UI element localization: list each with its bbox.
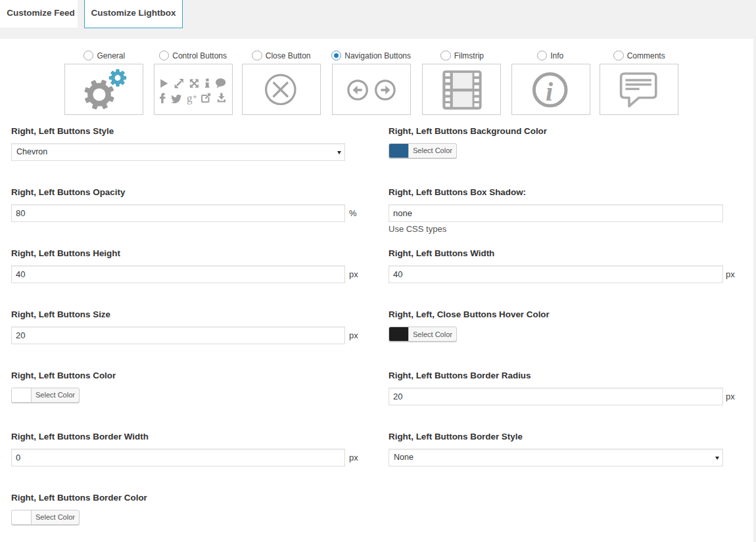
svg-text:+: + — [193, 93, 197, 101]
svg-text:g: g — [187, 92, 193, 104]
svg-text:i: i — [546, 77, 553, 106]
